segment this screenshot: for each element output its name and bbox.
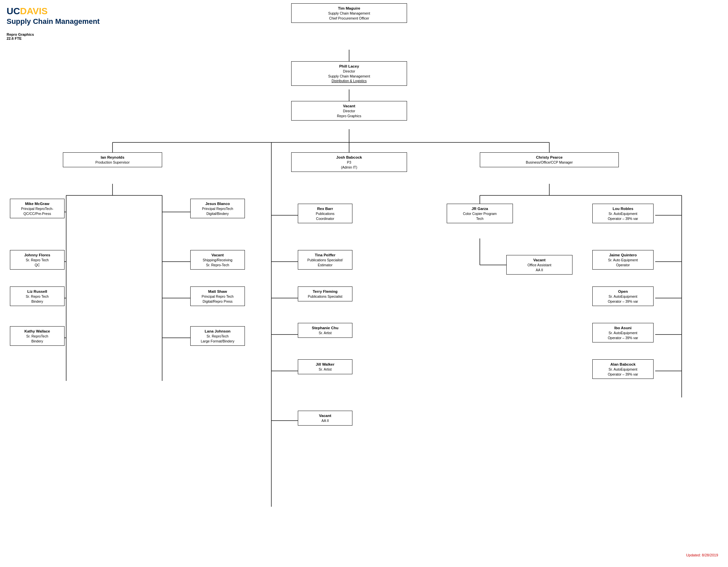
jr-garza-box: JR Garza Color Copier Program Tech: [447, 204, 513, 223]
org-title: Supply Chain Management: [7, 17, 100, 26]
johnny-flores-box: Johnny Flores Sr. Repro Tech QC: [10, 250, 65, 269]
ian-reynolds-box: Ian Reynolds Production Supervisor: [63, 152, 162, 167]
tim-maguire-box: Tim Maguire Supply Chain Management Chie…: [291, 3, 407, 23]
josh-babcock-box: Josh Babcock P3 (Admin IT): [291, 152, 407, 172]
header: UCDAVIS Supply Chain Management Repro Gr…: [7, 7, 100, 40]
stephanie-chu-box: Stephanie Chu Sr. Artist: [298, 323, 352, 338]
ibo-asuni-box: Ibo Asuni Sr. AutoEquipment Operator – 3…: [592, 323, 654, 343]
vacant-office-box: Vacant Office Assistant AA II: [506, 255, 572, 274]
tina-peiffer-box: Tina Peiffer Publications Specialist/ Es…: [298, 250, 352, 269]
uc-davis-logo: UCDAVIS: [7, 7, 100, 16]
uc-text: UC: [7, 6, 20, 16]
alan-babcock-box: Alan Babcock Sr. AutoEquipment Operator …: [592, 359, 654, 379]
repro-info: Repro Graphics 22.6 FTE: [7, 32, 100, 40]
jesus-blanco-box: Jesus Blanco Principal ReproTech Digital…: [190, 199, 245, 218]
vacant-director-box: Vacant Director Repro Graphics: [291, 101, 407, 120]
davis-text: DAVIS: [20, 6, 48, 16]
liz-russell-box: Liz Russell Sr. Repro Tech Bindery: [10, 287, 65, 306]
jill-walker-box: Jill Walker Sr. Artist: [298, 359, 352, 374]
vacant-shipping-box: Vacant Shipping/Receiving Sr. Repro-Tech: [190, 250, 245, 269]
mike-mcgraw-box: Mike McGraw Principal ReproTech- QC/CC/P…: [10, 199, 65, 218]
matt-shaw-box: Matt Shaw Principal Repro Tech Digital/R…: [190, 287, 245, 306]
phill-lacey-box: Phill Lacey Director Supply Chain Manage…: [291, 61, 407, 86]
jaime-quintero-box: Jaime Quintero Sr. Auto Equipment Operat…: [592, 250, 654, 269]
updated-label: Updated: 8/28/2019: [686, 553, 718, 557]
lou-robles-box: Lou Robles Sr. AutoEquipment Operator – …: [592, 204, 654, 223]
rex-barr-box: Rex Barr Publications Coordinator: [298, 204, 352, 223]
lana-johnson-box: Lana Johnson Sr. ReproTech Large Format/…: [190, 326, 245, 346]
vacant-aa2-box: Vacant AA II: [298, 411, 352, 426]
terry-fleming-box: Terry Fleming Publications Specialist: [298, 287, 352, 302]
christy-pearce-box: Christy Pearce Business/Office/CCP Manag…: [480, 152, 619, 167]
open-box: Open Sr. AutoEquipment Operator – 39% va…: [592, 287, 654, 306]
kathy-wallace-box: Kathy Wallace Sr. ReproTech Bindery: [10, 326, 65, 346]
